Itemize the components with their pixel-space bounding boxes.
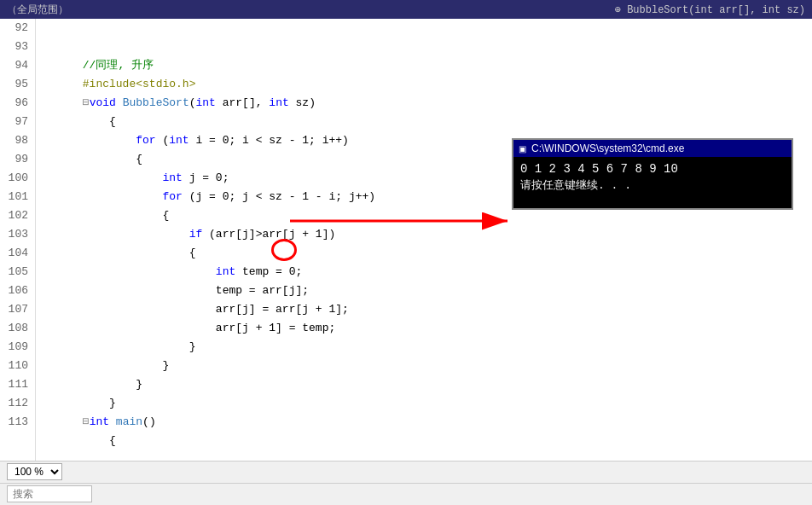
editor-container: 92 93 94 95 96 97 98 99 100 101 102 103 … [0, 19, 812, 461]
code-line-111: } [43, 375, 812, 394]
code-line-97: for (int i = 0; i < sz - 1; i++) [43, 113, 812, 131]
line-num-108: 108 [7, 319, 28, 338]
line-num-103: 103 [7, 225, 28, 244]
line-num-105: 105 [7, 263, 28, 282]
line-num-94: 94 [7, 56, 28, 75]
line-num-100: 100 [7, 169, 28, 188]
line-num-109: 109 [7, 338, 28, 357]
top-bar-left: （全局范围） [7, 3, 68, 17]
line-num-107: 107 [7, 300, 28, 319]
line-num-92: 92 [7, 19, 28, 38]
line-num-106: 106 [7, 282, 28, 300]
top-bar-right: ⊕ BubbleSort(int arr[], int sz) [615, 3, 805, 16]
line-numbers: 92 93 94 95 96 97 98 99 100 101 102 103 … [0, 19, 36, 461]
zoom-select[interactable]: 100 % 75 % 125 % 150 % [7, 463, 62, 480]
line-num-98: 98 [7, 131, 28, 150]
line-num-97: 97 [7, 113, 28, 131]
line-num-110: 110 [7, 357, 28, 375]
status-bar-bottom [0, 484, 812, 505]
cmd-window: ▣ C:\WINDOWS\system32\cmd.exe 0 1 2 3 4 … [512, 138, 793, 210]
line-num-93: 93 [7, 38, 28, 56]
line-num-112: 112 [7, 394, 28, 413]
line-num-113: 113 [7, 413, 28, 432]
line-num-101: 101 [7, 188, 28, 206]
search-input[interactable] [7, 485, 92, 502]
status-bar: 100 % 75 % 125 % 150 % [0, 461, 812, 505]
code-area[interactable]: //同理, 升序 #include<stdio.h> ⊟void BubbleS… [36, 19, 812, 461]
line-num-96: 96 [7, 94, 28, 113]
line-num-99: 99 [7, 150, 28, 169]
line-num-95: 95 [7, 75, 28, 94]
code-line-112: ⊟int main() [43, 394, 812, 413]
line-num-102: 102 [7, 206, 28, 225]
cmd-titlebar: ▣ C:\WINDOWS\system32\cmd.exe [513, 140, 792, 157]
code-line-113: { [43, 413, 812, 432]
line-num-111: 111 [7, 375, 28, 394]
code-line-92 [43, 19, 812, 38]
code-line-94: #include<stdio.h> [43, 56, 812, 75]
cmd-output: 0 1 2 3 4 5 6 7 8 9 10 [520, 162, 785, 176]
top-bar: （全局范围） ⊕ BubbleSort(int arr[], int sz) [0, 0, 812, 19]
cmd-content: 0 1 2 3 4 5 6 7 8 9 10 请按任意键继续. . . [513, 157, 792, 208]
code-line-93: //同理, 升序 [43, 38, 812, 56]
line-num-104: 104 [7, 244, 28, 263]
status-bar-top: 100 % 75 % 125 % 150 % [0, 461, 812, 484]
cmd-prompt: 请按任意键继续. . . [520, 177, 785, 193]
cmd-icon: ▣ [519, 144, 526, 154]
cmd-title: C:\WINDOWS\system32\cmd.exe [531, 142, 684, 154]
